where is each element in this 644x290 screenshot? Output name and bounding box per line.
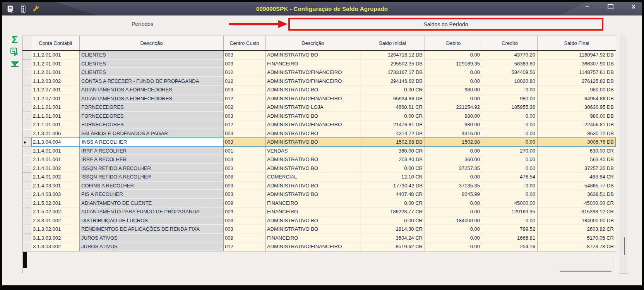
cell-conta-contabil[interactable]: 2.1.1.01.001	[31, 112, 80, 121]
cell-saldo-final[interactable]: 22456.81 DB	[538, 120, 616, 129]
cell-credito[interactable]: 270.00	[482, 147, 538, 156]
hscroll-line[interactable]	[560, 271, 611, 272]
cell-saldo-final[interactable]: 630.00 CR	[538, 147, 616, 156]
cell-saldo-final[interactable]: 8630.72 DB	[538, 129, 616, 138]
table-row[interactable]: 2.3.3.01.002DISTRIBUIÇÃO DE LUCROS003ADM…	[22, 216, 616, 225]
cell-descricao[interactable]: IRRF A RECOLHER	[80, 155, 224, 164]
cell-conta-contabil[interactable]: 1.1.2.07.001	[31, 94, 80, 103]
column-header-centro-descricao[interactable]: Descrição	[265, 36, 360, 50]
cell-centro-custo[interactable]: 003	[224, 51, 265, 60]
column-header-conta-contabil[interactable]: Conta Contabil	[31, 36, 80, 50]
cell-debito[interactable]: 184000.00	[425, 216, 482, 225]
cell-debito[interactable]: 0.00	[425, 77, 482, 86]
form-icon[interactable]	[7, 5, 15, 13]
cell-conta-contabil[interactable]: 2.1.4.01.002	[31, 173, 80, 182]
cell-centro-custo[interactable]: 012	[224, 68, 265, 77]
cell-conta-contabil[interactable]: 2.1.4.01.001	[31, 155, 80, 164]
column-header-saldo-inicial[interactable]: Saldo Inicial	[360, 36, 425, 50]
cell-saldo-final[interactable]: 45000.00 CR	[538, 199, 616, 208]
cell-descricao[interactable]: INSS A RECOLHER	[80, 138, 224, 147]
cell-centro-descricao[interactable]: ADMINISTRATIVO BO	[265, 182, 360, 190]
column-header-descricao[interactable]: Descrição	[80, 36, 224, 50]
table-row[interactable]: 3.1.3.03.002JUROS ATIVOS012ADMINISTRATIV…	[22, 242, 616, 251]
saldos-header[interactable]: Saldos do Período	[423, 21, 468, 27]
cell-saldo-final[interactable]: 2603.82 CR	[538, 225, 616, 234]
cell-centro-descricao[interactable]: ADMINISTRATIVO/FINANCEIRO	[265, 68, 360, 77]
cell-debito[interactable]: 0.00	[425, 234, 482, 243]
cell-conta-contabil[interactable]: 2.1.4.03.003	[31, 190, 80, 199]
row-indicator[interactable]	[22, 60, 31, 69]
cell-saldo-final[interactable]: 1148757.61 DB	[538, 68, 616, 77]
cell-saldo-inicial[interactable]: 17730.42 DB	[360, 182, 425, 190]
cell-credito[interactable]: 1665.81	[482, 234, 538, 243]
cell-centro-custo[interactable]: 003	[224, 216, 265, 225]
cell-credito[interactable]: 0.00	[482, 190, 538, 199]
cell-descricao[interactable]: COFINS A RECOLHER	[80, 182, 224, 190]
cell-centro-custo[interactable]: 001	[224, 147, 265, 156]
cell-debito[interactable]: 980.00	[425, 120, 482, 129]
row-indicator[interactable]	[22, 216, 31, 225]
cell-saldo-inicial[interactable]: 4314.72 DB	[360, 129, 425, 138]
cell-centro-custo[interactable]: 009	[224, 199, 265, 208]
cell-centro-descricao[interactable]: ADMINISTRATIVO/FINANCEIRO	[265, 242, 360, 251]
cell-saldo-inicial[interactable]: 360.00 CR	[360, 147, 425, 156]
table-row[interactable]: 2.1.4.01.002ISSQN RETIDO A RECOLHER003AD…	[22, 164, 616, 173]
row-indicator[interactable]	[22, 182, 31, 190]
cell-centro-custo[interactable]: 002	[224, 103, 265, 112]
cell-credito[interactable]: 0.00	[482, 164, 538, 173]
cell-centro-custo[interactable]: 003	[224, 138, 265, 147]
cell-centro-custo[interactable]: 009	[224, 208, 265, 216]
row-indicator[interactable]	[22, 242, 31, 251]
cell-credito[interactable]: 45000.00	[482, 199, 538, 208]
maximize-button[interactable]	[605, 3, 615, 10]
cell-debito[interactable]: 0.00	[425, 173, 482, 182]
row-indicator[interactable]	[22, 234, 31, 243]
cell-saldo-final[interactable]: 315398.12 CR	[538, 208, 616, 216]
cell-saldo-inicial[interactable]: 4668.61 CR	[360, 103, 425, 112]
cell-centro-descricao[interactable]: ADMINISTRATIVO BO	[265, 138, 360, 147]
row-indicator-selected[interactable]: ▶	[22, 138, 31, 147]
table-row[interactable]: ▶2.1.3.04.004INSS A RECOLHER003ADMINISTR…	[22, 138, 616, 147]
cell-debito[interactable]: 980.00	[425, 112, 482, 121]
table-row[interactable]: 2.1.1.01.001FORNECEDORES002ADMINISTRATIV…	[22, 103, 616, 112]
cell-debito[interactable]: 0.00	[425, 94, 482, 103]
cell-credito[interactable]: 0.00	[482, 120, 538, 129]
cell-credito[interactable]: 476.54	[482, 173, 538, 182]
cell-descricao[interactable]: SALÁRIOS E ORDENADOS A PAGAR	[80, 129, 224, 138]
cell-saldo-inicial[interactable]: 0.00 CR	[360, 112, 425, 121]
cell-credito[interactable]: 254.16	[482, 242, 538, 251]
cell-debito[interactable]: 1502.88	[425, 138, 482, 147]
row-indicator[interactable]	[22, 190, 31, 199]
cell-saldo-inicial[interactable]: 3504.24 CR	[360, 234, 425, 243]
cell-descricao[interactable]: JUROS ATIVOS	[80, 234, 224, 243]
cell-conta-contabil[interactable]: 2.1.1.01.001	[31, 120, 80, 129]
cell-credito[interactable]: 43770.20	[482, 51, 538, 60]
cell-saldo-final[interactable]: 3638.51 DB	[538, 190, 616, 199]
cell-centro-custo[interactable]: 003	[224, 112, 265, 121]
cell-saldo-inicial[interactable]: 1733167.17 DB	[360, 68, 425, 77]
export-icon[interactable]	[10, 47, 19, 58]
cell-credito[interactable]: 0.00	[482, 182, 538, 190]
row-indicator[interactable]	[22, 120, 31, 129]
cell-descricao[interactable]: ISSQN RETIDO A RECOLHER	[80, 164, 224, 173]
table-row[interactable]: 2.1.5.02.001ADIANTAMENTO DE CLIENTE009FI…	[22, 199, 616, 208]
cell-credito[interactable]: 0.00	[482, 86, 538, 94]
cell-saldo-final[interactable]: 184000.00 DB	[538, 216, 616, 225]
cell-credito[interactable]: 0.00	[482, 112, 538, 121]
cell-debito[interactable]: 0.00	[425, 68, 482, 77]
cell-saldo-inicial[interactable]: 4407.48 CR	[360, 190, 425, 199]
table-row[interactable]: 2.1.4.01.001IRRF A RECOLHER001VENDAS360.…	[22, 147, 616, 156]
row-indicator[interactable]	[22, 112, 31, 121]
cell-conta-contabil[interactable]: 2.1.3.01.006	[31, 129, 80, 138]
cell-centro-descricao[interactable]: ADMINISTRATIVO/FINANCEIRO	[265, 94, 360, 103]
cell-descricao[interactable]: ADIANTAMENTOS A FORNECEDORES	[80, 94, 224, 103]
cell-saldo-final[interactable]: 64954.86 DB	[538, 94, 616, 103]
cell-conta-contabil[interactable]: 2.1.4.01.002	[31, 164, 80, 173]
cell-centro-custo[interactable]: 012	[224, 242, 265, 251]
cell-conta-contabil[interactable]: 1.1.2.01.001	[31, 68, 80, 77]
cell-centro-custo[interactable]: 003	[224, 164, 265, 173]
sum-icon[interactable]: Σ	[12, 35, 18, 44]
table-row[interactable]: 2.1.4.01.002ISSQN RETIDO A RECOLHER008CO…	[22, 173, 616, 182]
cell-saldo-final[interactable]: 1160947.92 DB	[538, 51, 616, 60]
cell-descricao[interactable]: FORNECEDORES	[80, 112, 224, 121]
